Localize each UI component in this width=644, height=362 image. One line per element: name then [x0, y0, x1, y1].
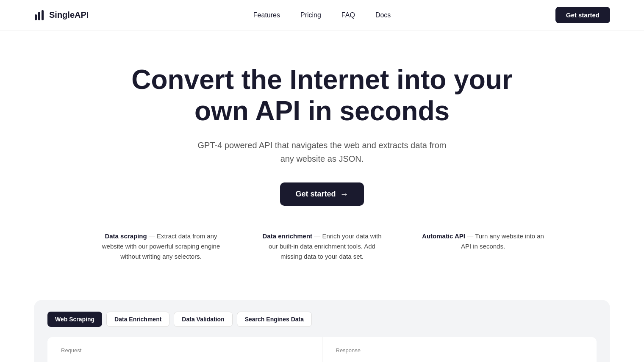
tab-web-scraping[interactable]: Web Scraping — [47, 312, 102, 327]
nav-links: Features Pricing FAQ Docs — [253, 11, 391, 19]
navbar: SingleAPI Features Pricing FAQ Docs Get … — [0, 0, 644, 30]
hero-title: Convert the Internet into your own API i… — [131, 64, 513, 127]
request-label: Request — [61, 347, 308, 354]
feature-enrichment-title: Data enrichment — [263, 232, 313, 240]
hero-subtitle: GPT-4 powered API that navigates the web… — [195, 138, 449, 166]
request-code-block: { "_url": "news.ycombinator.com", "news"… — [61, 360, 308, 362]
logo-link[interactable]: SingleAPI — [34, 9, 89, 21]
feature-scraping-title: Data scraping — [105, 232, 147, 240]
request-pane: Request { "_url": "news.ycombinator.com"… — [47, 337, 322, 362]
demo-panel: Web Scraping Data Enrichment Data Valida… — [34, 300, 610, 362]
nav-docs[interactable]: Docs — [375, 11, 391, 19]
response-code-block: { "news": [ { "title": "The 2023 State o… — [336, 360, 583, 362]
feature-blurb-scraping: Data scraping — Extract data from any we… — [97, 231, 225, 262]
tab-data-enrichment[interactable]: Data Enrichment — [106, 312, 169, 327]
demo-code-area: Request { "_url": "news.ycombinator.com"… — [47, 337, 597, 362]
svg-rect-2 — [42, 10, 44, 20]
nav-pricing[interactable]: Pricing — [300, 11, 321, 19]
logo-text: SingleAPI — [49, 10, 89, 20]
tab-search-engines-data[interactable]: Search Engines Data — [237, 312, 312, 327]
svg-rect-0 — [35, 14, 37, 20]
feature-blurbs: Data scraping — Extract data from any we… — [97, 231, 547, 262]
feature-api-text: — Turn any website into an API in second… — [461, 232, 544, 250]
feature-blurb-enrichment: Data enrichment — Enrich your data with … — [258, 231, 386, 262]
response-pane: Response { "news": [ { "title": "The 202… — [322, 337, 597, 362]
hero-get-started-button[interactable]: Get started → — [280, 182, 364, 206]
arrow-icon: → — [340, 189, 349, 199]
svg-rect-1 — [38, 12, 40, 20]
feature-api-title: Automatic API — [422, 232, 465, 240]
nav-features[interactable]: Features — [253, 11, 280, 19]
hero-cta-label: Get started — [295, 190, 336, 199]
logo-icon — [34, 9, 46, 21]
hero-section: Convert the Internet into your own API i… — [0, 30, 644, 300]
response-label: Response — [336, 347, 583, 354]
nav-faq[interactable]: FAQ — [341, 11, 355, 19]
tab-data-validation[interactable]: Data Validation — [174, 312, 232, 327]
feature-blurb-api: Automatic API — Turn any website into an… — [419, 231, 547, 262]
nav-get-started-button[interactable]: Get started — [555, 7, 610, 23]
demo-tabs: Web Scraping Data Enrichment Data Valida… — [47, 312, 597, 327]
